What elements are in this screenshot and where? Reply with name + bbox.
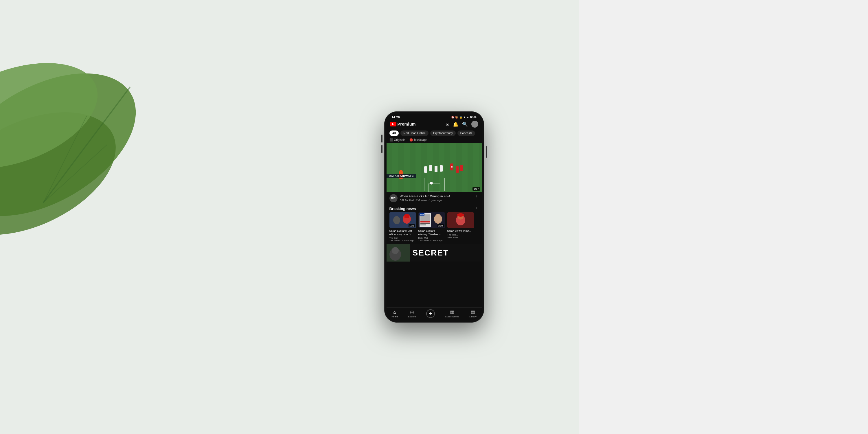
cast-icon[interactable]: ⊡ (445, 122, 450, 127)
nav-subscriptions[interactable]: ▦ Subscriptions (445, 309, 459, 318)
vol-up-button[interactable] (381, 134, 382, 143)
svg-point-35 (436, 214, 440, 218)
news-1-age: 2 hours ago (402, 239, 414, 242)
nav-library[interactable]: ▤ Library (469, 309, 476, 318)
news-1-title: Sarah Everard: Met officer may have 'u..… (390, 229, 416, 236)
video-meta-sub: B/R Football · 2M views · 1 year ago (400, 199, 472, 202)
svg-rect-14 (424, 166, 427, 173)
news-1-meta: 18K views · 2 hours ago (390, 239, 416, 242)
wifi-icon: ▼ (463, 116, 466, 119)
phone-screen: 14:26 ⏰ 🔕 🔒 ▼ ▲ 65% Premium ⊡ 🔔 🔍 (386, 114, 482, 320)
youtube-logo-icon (390, 122, 396, 126)
svg-point-2 (0, 42, 112, 189)
status-icons: ⏰ 🔕 🔒 ▼ ▲ 65% (451, 116, 476, 119)
news-2-views: 1.4K views (418, 239, 430, 242)
vpn-icon: 🔒 (459, 116, 462, 119)
svg-point-42 (392, 247, 399, 254)
video-title[interactable]: When Free-Kicks Go Wrong in FIFA... (400, 194, 472, 198)
add-button[interactable]: + (426, 309, 435, 318)
mute-icon: 🔕 (455, 116, 458, 119)
alarm-icon: ⏰ (451, 116, 454, 119)
filter-chips-row: All Red Dead Online Cryptocurrency Podca… (386, 129, 482, 137)
news-2-title: Sarah Everard missing: Timeline o... (418, 229, 445, 236)
bell-icon[interactable]: 🔔 (453, 122, 459, 127)
main-video-meta: B/R When Free-Kicks Go Wrong in FIFA... … (386, 192, 482, 205)
video-more-options[interactable]: ⋮ (475, 194, 479, 199)
news-2-meta: 1.4K views · 1 hour ago (418, 239, 445, 242)
svg-text:12: 12 (451, 166, 453, 168)
chip-all[interactable]: All (390, 130, 399, 136)
signal-icon: ▲ (467, 116, 469, 119)
svg-rect-27 (404, 216, 409, 218)
status-bar: 14:26 ⏰ 🔕 🔒 ▼ ▲ 65% (386, 114, 482, 120)
subscriptions-label: Subscriptions (445, 315, 459, 318)
battery-level: 65% (470, 116, 476, 119)
channel-avatar: B/R (390, 194, 398, 202)
svg-point-1 (0, 87, 135, 260)
news-3-title: Sarah Ev we know... (447, 229, 474, 233)
mail-logo: Mail (420, 213, 425, 216)
chip-podcasts[interactable]: Podcasts (458, 130, 475, 136)
svg-rect-15 (429, 165, 432, 171)
news-2-duration: 2:39 (437, 224, 444, 227)
originals-button[interactable]: ⬛ Originals (390, 138, 405, 142)
secret-thumb (386, 244, 410, 261)
avatar[interactable] (471, 121, 478, 128)
video-age: 1 year ago (429, 199, 442, 202)
svg-rect-17 (440, 165, 443, 172)
news-1-views: 18K views (390, 239, 400, 242)
news-thumb-3 (447, 212, 474, 228)
vol-down-button[interactable] (381, 145, 382, 153)
news-3-channel: The Tele... (447, 234, 474, 236)
chip-cryptocurrency[interactable]: Cryptocurrency (430, 130, 456, 136)
news-thumb-2: MISSING Mail (418, 212, 445, 228)
news-1-channel: The Sun (390, 237, 416, 239)
breaking-news-header: Breaking news ⋮ (386, 205, 482, 212)
svg-point-22 (430, 182, 433, 185)
breaking-news-title: Breaking news (390, 207, 416, 211)
svg-line-5 (43, 145, 107, 203)
svg-rect-31 (421, 221, 430, 222)
news-1-duration: 1:35 (408, 224, 415, 227)
music-icon: 🔴 (409, 138, 413, 142)
search-icon[interactable]: 🔍 (462, 122, 468, 127)
video-channel: B/R Football (400, 199, 414, 202)
secret-section[interactable]: SECRET (386, 244, 482, 261)
svg-rect-16 (435, 166, 437, 172)
svg-rect-32 (421, 223, 430, 224)
news-card-1[interactable]: The Sun 1:35 Sarah Everard: Met office (390, 212, 416, 242)
svg-line-3 (43, 87, 130, 203)
news-2-channel: Daily Mail (418, 237, 445, 239)
svg-line-4 (43, 116, 87, 203)
news-card-3[interactable]: Sarah Ev we know... The Tele... 104K vie… (447, 212, 474, 242)
video-duration-badge: 1:17 (472, 187, 480, 191)
originals-label: Originals (394, 138, 405, 142)
breaking-news-more[interactable]: ⋮ (475, 206, 479, 211)
music-app-button[interactable]: 🔴 Music app (409, 138, 427, 142)
news-3-views: 104K view (447, 236, 458, 239)
home-label: Home (392, 315, 398, 318)
premium-feature-row: ⬛ Originals 🔴 Music app (386, 137, 482, 143)
subscriptions-icon: ▦ (450, 309, 454, 315)
add-icon: + (429, 311, 432, 317)
nav-add[interactable]: + (426, 309, 435, 318)
chip-red-dead-online[interactable]: Red Dead Online (400, 130, 429, 136)
explore-label: Explore (408, 315, 416, 318)
main-video-thumbnail[interactable]: 12 QATAR AIRWAYS 1:17 (386, 143, 482, 192)
nav-explore[interactable]: ◎ Explore (408, 309, 416, 318)
svg-rect-20 (456, 166, 459, 173)
video-info: When Free-Kicks Go Wrong in FIFA... B/R … (400, 194, 472, 202)
originals-icon: ⬛ (390, 138, 393, 142)
content-area: 12 QATAR AIRWAYS 1:17 B/R When Free (386, 143, 482, 307)
news-card-2[interactable]: MISSING Mail (418, 212, 445, 242)
nav-home[interactable]: ⌂ Home (392, 310, 398, 318)
power-button[interactable] (486, 146, 487, 158)
app-header: Premium ⊡ 🔔 🔍 (386, 120, 482, 129)
svg-point-0 (0, 44, 160, 245)
music-app-label: Music app (414, 138, 427, 142)
news-thumb-1: The Sun 1:35 (390, 212, 416, 228)
svg-rect-33 (421, 224, 426, 225)
home-icon: ⌂ (393, 310, 396, 315)
logo-area: Premium (390, 122, 416, 126)
library-label: Library (469, 315, 476, 318)
